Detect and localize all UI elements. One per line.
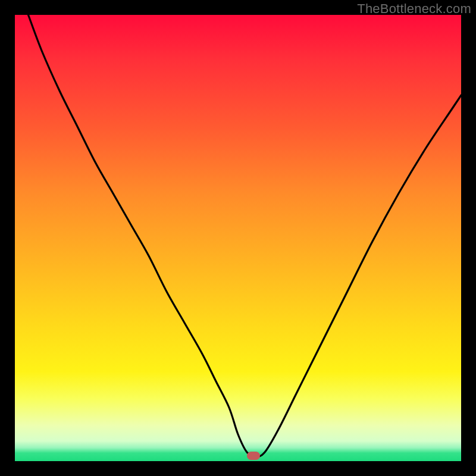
minimum-marker (247, 452, 260, 460)
chart-frame: TheBottleneck.com (0, 0, 476, 476)
plot-area (15, 15, 461, 461)
watermark-text: TheBottleneck.com (357, 1, 471, 17)
bottleneck-curve (15, 15, 461, 461)
